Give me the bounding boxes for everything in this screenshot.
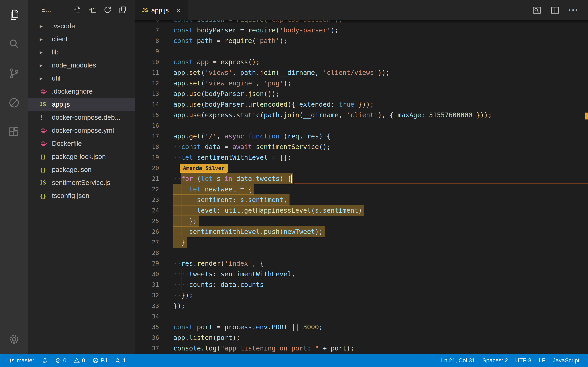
tree-item-package.json[interactable]: {}package.json (28, 163, 135, 176)
tab-app-js[interactable]: JS app.js × (135, 0, 188, 20)
line-number[interactable]: 26 (135, 226, 159, 237)
tree-item-sentimentservice.js[interactable]: JSsentimentService.js (28, 176, 135, 189)
line-number[interactable]: 19 (135, 152, 159, 163)
line-number[interactable]: 30 (135, 269, 159, 279)
status-language[interactable]: JavaScript (549, 354, 583, 367)
tree-item-docker-compose.deb...[interactable]: !docker-compose.deb... (28, 111, 135, 124)
status-live-share[interactable]: PJ (89, 354, 111, 367)
status-encoding[interactable]: UTF-8 (511, 354, 535, 367)
line-number[interactable]: 9 (135, 46, 159, 57)
tree-item-package-lock.json[interactable]: {}package-lock.json (28, 150, 135, 163)
open-preview-button[interactable] (532, 6, 542, 15)
remote-selection: ······sentiment: s.sentiment, (173, 194, 290, 206)
code-token: ()); (264, 90, 279, 98)
line-number[interactable]: 11 (135, 67, 159, 78)
tree-item-util[interactable]: ▸util (28, 72, 135, 85)
line-number[interactable]: 6 (135, 20, 159, 25)
tree-item-.dockerignore[interactable]: .dockerignore (28, 85, 135, 98)
code-line-21: 21··for (let s in data.tweets) { (135, 173, 588, 184)
tree-item-lib[interactable]: ▸lib (28, 46, 135, 59)
status-warnings[interactable]: 0 (70, 354, 89, 367)
activity-bar-item-debug[interactable] (0, 88, 28, 117)
code-token: })); (472, 111, 492, 119)
refresh-explorer-button[interactable] (104, 6, 112, 14)
tree-item-app.js[interactable]: JSapp.js (28, 98, 135, 111)
more-icon: ··· (568, 10, 579, 14)
status-errors[interactable]: 0 (52, 354, 70, 367)
code-token: ( (276, 26, 279, 34)
line-number[interactable]: 37 (135, 343, 159, 354)
code-token: : (421, 111, 429, 119)
new-folder-button[interactable] (88, 6, 96, 14)
status-sync[interactable] (38, 354, 52, 367)
line-content (173, 248, 588, 258)
line-number[interactable]: 25 (135, 216, 159, 226)
line-number[interactable]: 12 (135, 78, 159, 89)
new-file-button[interactable] (73, 6, 81, 14)
code-line-15: 15app.use(express.static(path.join(__dir… (135, 110, 588, 120)
tree-item-.vscode[interactable]: ▸.vscode (28, 20, 135, 33)
code-token: let (189, 185, 201, 193)
code-token: )); (378, 69, 390, 76)
line-number[interactable]: 31 (135, 279, 159, 290)
line-number[interactable]: 8 (135, 35, 159, 46)
status-participants[interactable]: 1 (111, 354, 130, 367)
collapse-folders-button[interactable] (119, 6, 127, 14)
close-tab-icon[interactable]: × (176, 6, 181, 14)
line-number[interactable]: 32 (135, 290, 159, 300)
indent-guide (181, 269, 182, 279)
code-token: static (236, 111, 260, 119)
line-number[interactable]: 14 (135, 99, 159, 110)
status-cursor-position[interactable]: Ln 21, Col 31 (437, 354, 479, 367)
tree-item-tsconfig.json[interactable]: {}tsconfig.json (28, 189, 135, 202)
code-line-29: 29··res.render('index', { (135, 258, 588, 269)
more-actions-button[interactable]: ··· (568, 6, 579, 15)
activity-bar-item-extensions[interactable] (0, 117, 28, 147)
code-editor[interactable]: 6const session = require('express-sessio… (135, 20, 588, 354)
error-icon (55, 358, 61, 364)
line-number[interactable]: 20 (135, 163, 159, 173)
tree-item-node_modules[interactable]: ▸node_modules (28, 59, 135, 72)
code-line-12: 12app.set('view engine', 'pug'); (135, 78, 588, 89)
line-number[interactable]: 24 (135, 205, 159, 216)
tree-item-label: client (52, 35, 68, 43)
status-git-branch[interactable]: master (5, 354, 38, 367)
split-editor-button[interactable] (550, 6, 560, 15)
line-number[interactable]: 23 (135, 194, 159, 205)
line-number[interactable]: 18 (135, 142, 159, 152)
status-eol[interactable]: LF (535, 354, 549, 367)
code-token: . (244, 100, 248, 108)
line-number[interactable]: 10 (135, 57, 159, 67)
line-number[interactable]: 15 (135, 110, 159, 120)
line-number[interactable]: 17 (135, 131, 159, 142)
code-token: . (268, 323, 272, 331)
line-number[interactable]: 16 (135, 120, 159, 131)
tree-item-dockerfile[interactable]: Dockerfile (28, 137, 135, 150)
activity-bar-item-explorer[interactable] (0, 0, 28, 29)
line-number[interactable]: 35 (135, 322, 159, 332)
line-number[interactable]: 22 (135, 184, 159, 194)
code-token: render (197, 259, 221, 267)
line-number[interactable]: 33 (135, 300, 159, 311)
code-line-14: 14app.use(bodyParser.urlencoded({ extend… (135, 99, 588, 110)
activity-bar-item-search[interactable] (0, 29, 28, 59)
line-number[interactable]: 29 (135, 258, 159, 269)
line-number[interactable]: 36 (135, 332, 159, 343)
code-token: : (217, 207, 225, 214)
tree-item-client[interactable]: ▸client (28, 33, 135, 46)
activity-bar-item-settings[interactable] (0, 325, 28, 354)
code-token: ·· (173, 154, 181, 161)
line-number[interactable]: 28 (135, 248, 159, 258)
tree-item-docker-compose.yml[interactable]: docker-compose.yml (28, 124, 135, 137)
code-line-24: 24······level: util.getHappinessLevel(s.… (135, 205, 588, 216)
status-indentation[interactable]: Spaces: 2 (479, 354, 512, 367)
line-number[interactable]: 21 (135, 173, 159, 184)
line-number[interactable]: 27 (135, 237, 159, 248)
line-content: app.get('/', async function (req, res) { (173, 131, 588, 142)
line-number[interactable]: 34 (135, 311, 159, 322)
code-line-16: 16 (135, 120, 588, 131)
code-line-37: 37console.log("app listening on port: " … (135, 343, 588, 354)
line-number[interactable]: 7 (135, 25, 159, 35)
line-number[interactable]: 13 (135, 89, 159, 99)
activity-bar-item-source-control[interactable] (0, 59, 28, 88)
